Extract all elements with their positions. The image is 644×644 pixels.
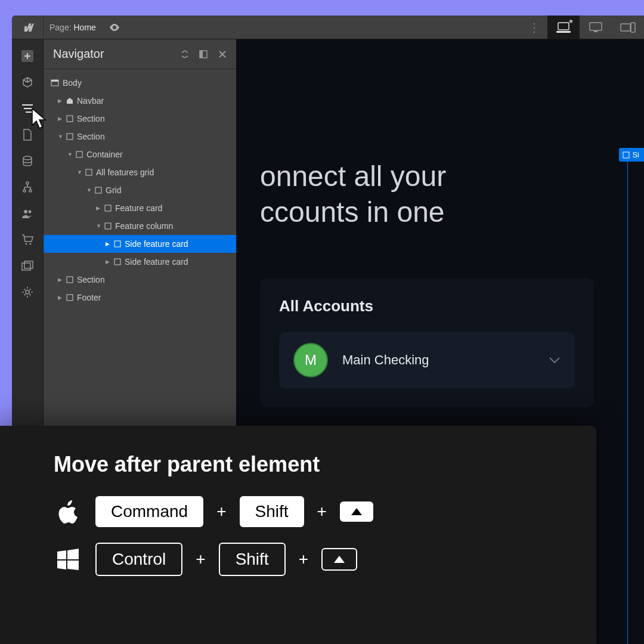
svg-rect-0 [558, 23, 569, 30]
box-icon [85, 169, 92, 176]
webflow-logo[interactable] [12, 16, 44, 39]
dock-icon[interactable] [199, 50, 208, 58]
tree-item-section[interactable]: ▼Section [44, 128, 236, 145]
settings-button[interactable] [16, 280, 39, 304]
tree-item-footer[interactable]: ▶Footer [44, 289, 236, 306]
arrow-up-icon [333, 555, 345, 564]
tree-label: Grid [106, 185, 121, 195]
tree-label: Side feature card [125, 257, 188, 267]
key-up-arrow [340, 501, 373, 522]
symbols-button[interactable] [16, 70, 39, 94]
tree-item-side-feature-card[interactable]: ▶Side feature card [44, 253, 236, 271]
tree-item-container[interactable]: ▼Container [44, 145, 236, 163]
svg-rect-2 [594, 31, 597, 32]
navigator-header: Navigator [44, 39, 236, 69]
cart-icon [21, 234, 33, 245]
tree-item-feature-card[interactable]: ▶Feature card [44, 199, 236, 217]
key-shift: Shift [240, 496, 304, 527]
box-icon [95, 187, 102, 194]
plus-separator: + [216, 502, 226, 521]
users-icon [21, 209, 33, 218]
cart-button[interactable] [16, 228, 39, 252]
close-icon[interactable] [218, 50, 227, 58]
arrow-up-icon [351, 507, 363, 516]
cursor-pointer-icon [30, 107, 49, 131]
webflow-icon [21, 23, 34, 32]
tree-label: All features grid [96, 168, 154, 177]
home-icon [66, 97, 73, 104]
accounts-card: All Accounts M Main Checking [260, 278, 594, 407]
apple-icon [54, 500, 82, 524]
svg-rect-30 [67, 277, 73, 283]
tree-item-side-feature-card-selected[interactable]: ▶Side feature card [44, 235, 236, 253]
shortcut-title: Move after parent element [54, 452, 549, 477]
eye-icon [109, 24, 120, 31]
preview-button[interactable] [109, 24, 120, 31]
box-icon [104, 205, 112, 212]
svg-rect-26 [105, 205, 111, 211]
svg-rect-22 [67, 134, 73, 140]
hero-heading: onnect all your ccounts in one [260, 159, 644, 230]
collapse-icon[interactable] [181, 50, 188, 58]
svg-rect-4 [631, 23, 635, 32]
accounts-title: All Accounts [279, 297, 575, 315]
page-indicator[interactable]: Page: Home [44, 23, 102, 32]
box-icon [623, 151, 630, 159]
svg-rect-29 [114, 259, 120, 265]
assets-button[interactable] [16, 254, 39, 278]
shortcut-overlay: Move after parent element Command + Shif… [0, 426, 596, 644]
device-desktop-large[interactable]: ★ [547, 16, 580, 39]
plus-separator: + [299, 550, 308, 569]
tree-item-section[interactable]: ▶Section [44, 110, 236, 128]
svg-rect-32 [623, 152, 629, 158]
devices-icon [620, 22, 636, 33]
tree-label: Body [63, 78, 82, 88]
cms-button[interactable] [16, 149, 39, 173]
svg-rect-23 [76, 151, 82, 157]
tree-label: Section [77, 132, 105, 141]
tree-item-section[interactable]: ▶Section [44, 271, 236, 289]
svg-rect-14 [22, 263, 30, 270]
hero-line1: onnect all your [260, 159, 644, 194]
device-tablet[interactable] [612, 16, 644, 39]
cube-icon [21, 76, 33, 88]
svg-point-7 [26, 182, 29, 184]
svg-rect-15 [24, 261, 33, 268]
svg-point-6 [23, 156, 32, 160]
gear-icon [21, 286, 33, 298]
page-prefix: Page: [49, 23, 72, 32]
tree-item-grid[interactable]: ▼Grid [44, 181, 236, 199]
account-row[interactable]: M Main Checking [279, 332, 575, 388]
box-icon [66, 276, 73, 283]
key-shift: Shift [219, 543, 286, 576]
account-name: Main Checking [342, 352, 429, 368]
svg-rect-21 [67, 116, 73, 122]
svg-rect-28 [114, 241, 120, 247]
monitor-icon [589, 22, 602, 33]
selection-tag-label: Si [632, 150, 639, 159]
chevron-down-icon[interactable] [549, 357, 561, 364]
images-icon [21, 261, 33, 271]
tree-label: Feature card [115, 203, 162, 213]
svg-rect-25 [95, 187, 101, 193]
tree-item-feature-column[interactable]: ▼Feature column [44, 217, 236, 235]
hero-line2: ccounts in one [260, 194, 644, 230]
more-menu[interactable]: ⋮ [521, 20, 547, 35]
ecommerce-button[interactable] [16, 175, 39, 199]
tree-item-all-features-grid[interactable]: ▼All features grid [44, 163, 236, 181]
add-element-button[interactable] [16, 44, 39, 68]
device-desktop[interactable] [580, 16, 612, 39]
plus-icon [21, 50, 33, 62]
svg-point-9 [29, 190, 32, 192]
tree-label: Section [77, 114, 105, 123]
tree-item-body[interactable]: Body [44, 74, 236, 92]
svg-point-8 [23, 190, 26, 192]
navigator-title: Navigator [53, 47, 104, 61]
svg-point-11 [29, 210, 32, 213]
box-icon [104, 222, 112, 230]
topbar-right: ⋮ ★ [521, 16, 644, 39]
tree-item-navbar[interactable]: ▶Navbar [44, 92, 236, 110]
users-button[interactable] [16, 202, 39, 225]
svg-rect-20 [51, 80, 58, 82]
svg-rect-27 [105, 223, 111, 229]
